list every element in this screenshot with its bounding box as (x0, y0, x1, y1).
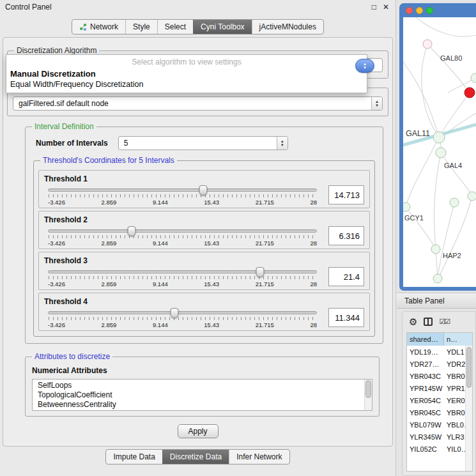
slider-scale: -3.426 2.859 9.144 15.43 21.715 28 (48, 240, 317, 247)
number-of-intervals-row: Number of Intervals 5 ▴▾ (36, 136, 372, 150)
tab-label: Style (133, 22, 150, 31)
window-controls (406, 7, 433, 14)
slider-track[interactable] (48, 311, 317, 314)
node-label: HAP2 (443, 252, 461, 259)
slider-track[interactable] (48, 270, 317, 273)
threshold-1-value[interactable]: 14.713 (328, 185, 364, 204)
tab-infer-network[interactable]: Infer Network (229, 450, 289, 464)
toggle-columns-icon[interactable] (424, 318, 433, 326)
dropdown-option-manual[interactable]: Manual Discretization (6, 68, 367, 79)
scale-tick-label: -3.426 (48, 199, 65, 206)
scrollbar-thumb[interactable] (466, 347, 472, 388)
threshold-3-value[interactable]: 21.4 (328, 267, 364, 286)
scrollbar-thumb[interactable] (365, 380, 371, 398)
scale-tick-label: 21.715 (256, 240, 274, 247)
threshold-4-slider[interactable]: -3.426 2.859 9.144 15.43 21.715 28 (44, 307, 321, 328)
network-node (436, 148, 446, 158)
tab-label: Discretize Data (170, 452, 222, 461)
scale-tick-label: 15.43 (204, 199, 219, 206)
tab-label: Network (90, 22, 118, 31)
threshold-3-slider[interactable]: -3.426 2.859 9.144 15.43 21.715 28 (44, 266, 321, 288)
column-header-name[interactable]: n… (444, 333, 472, 346)
table-row[interactable]: YBR045CYBR0… (407, 406, 472, 418)
minimize-button[interactable] (416, 7, 423, 14)
tab-select[interactable]: Select (157, 20, 193, 34)
table-data-combobox[interactable]: galFiltered.sif default node ▴▾ (13, 96, 383, 111)
zoom-button[interactable] (426, 7, 433, 14)
slider-thumb[interactable] (256, 267, 265, 277)
table-data-selected: galFiltered.sif default node (19, 99, 109, 108)
apply-button[interactable]: Apply (178, 424, 219, 438)
node-label: GAL80 (440, 54, 462, 62)
tab-label: Impute Data (113, 452, 155, 461)
group-title: Attributes to discretize (32, 352, 112, 361)
screen: Control Panel □ ✕ Network Style Select C… (0, 0, 476, 476)
dropdown-option-equal-width[interactable]: Equal Width/Frequency Discretization (6, 79, 367, 89)
network-node (423, 40, 432, 49)
threshold-1-box: Threshold 1 -3.426 2.859 9.144 15.43 (38, 170, 370, 208)
tab-jactivemnodules[interactable]: jActiveMNodules (252, 20, 323, 34)
table-row[interactable]: YPR145WYPR1… (407, 382, 472, 394)
tab-discretize-data[interactable]: Discretize Data (162, 450, 229, 464)
scale-tick-label: 2.859 (102, 199, 117, 206)
table-scrollbar[interactable] (465, 346, 472, 471)
number-of-intervals-combobox[interactable]: 5 ▴▾ (118, 136, 288, 150)
slider-scale: -3.426 2.859 9.144 15.43 21.715 28 (48, 280, 317, 288)
table-row[interactable]: YDL19…YDL1… (407, 346, 472, 358)
network-node (433, 132, 445, 143)
table-row[interactable]: YER054CYER0… (407, 394, 472, 406)
slider-thumb[interactable] (170, 308, 178, 318)
number-of-intervals-label: Number of Intervals (36, 139, 108, 148)
threshold-2-value[interactable]: 6.316 (328, 226, 364, 245)
threshold-4-value[interactable]: 11.344 (328, 308, 364, 327)
scale-tick-label: 9.144 (153, 199, 168, 206)
slider-track[interactable] (48, 188, 317, 192)
tab-label: Infer Network (236, 452, 282, 461)
control-panel-title: Control Panel (5, 3, 52, 12)
tab-label: jActiveMNodules (259, 22, 316, 31)
scale-tick-label: -3.426 (48, 240, 65, 247)
scale-tick-label: 21.715 (256, 280, 274, 288)
tab-cyni-toolbox[interactable]: Cyni Toolbox (193, 20, 251, 34)
tab-impute-data[interactable]: Impute Data (106, 450, 162, 464)
node-label: GAL4 (444, 162, 462, 169)
table-row[interactable]: YBL079WYBL0… (407, 418, 472, 431)
table-row[interactable]: YIL052CYIL0… (407, 443, 472, 455)
attributes-scrollbar[interactable] (364, 380, 372, 410)
threshold-1-slider[interactable]: -3.426 2.859 9.144 15.43 21.715 28 (44, 184, 321, 206)
slider-scale: -3.426 2.859 9.144 15.43 21.715 28 (48, 321, 317, 328)
select-rows-icon[interactable]: ☑☑ (439, 318, 449, 326)
node-table[interactable]: shared… n… YDL19…YDL1… YDR27…YDR2… YBR04… (406, 332, 473, 472)
scale-tick-label: 2.859 (102, 280, 117, 288)
list-item[interactable]: SelfLoops (38, 381, 362, 390)
settings-gear-icon[interactable]: ⚙ (409, 317, 417, 326)
tab-network[interactable]: Network (72, 20, 125, 34)
column-header-shared-name[interactable]: shared… (407, 333, 444, 346)
top-tab-bar: Network Style Select Cyni Toolbox jActiv… (0, 19, 395, 35)
scale-tick-label: 2.859 (102, 240, 117, 247)
scale-tick-label: 15.43 (204, 280, 219, 288)
network-canvas[interactable]: GAL80 GAL11 GAL4 GCY1 HAP2 (403, 17, 476, 287)
list-item[interactable]: BetweennessCentrality (38, 400, 362, 410)
table-row[interactable]: YLR345WYLR3… (407, 431, 472, 443)
table-row[interactable]: YBR043CYBR0… (407, 370, 472, 382)
scale-tick-label: 28 (310, 240, 317, 247)
list-item[interactable]: TopologicalCoefficient (38, 390, 362, 400)
slider-track[interactable] (48, 229, 317, 233)
threshold-label: Threshold 3 (44, 256, 364, 265)
network-node (450, 198, 459, 207)
node-labels: GAL80 GAL11 GAL4 GCY1 HAP2 (404, 54, 462, 259)
tab-style[interactable]: Style (125, 20, 157, 34)
slider-thumb[interactable] (127, 226, 135, 236)
float-window-icon[interactable]: □ (372, 3, 376, 12)
close-button[interactable] (406, 7, 413, 14)
slider-scale: -3.426 2.859 9.144 15.43 21.715 28 (48, 199, 317, 206)
network-node (433, 274, 442, 283)
table-row[interactable]: YDR27…YDR2… (407, 358, 472, 370)
close-window-icon[interactable]: ✕ (383, 3, 389, 12)
threshold-2-slider[interactable]: -3.426 2.859 9.144 15.43 21.715 28 (44, 225, 321, 247)
attributes-list[interactable]: SelfLoops TopologicalCoefficient Between… (32, 379, 372, 411)
slider-thumb[interactable] (199, 185, 207, 196)
algorithm-combobox-button[interactable]: ▴ ▾ (355, 59, 374, 73)
stepper-arrows-icon: ▴▾ (277, 137, 288, 150)
